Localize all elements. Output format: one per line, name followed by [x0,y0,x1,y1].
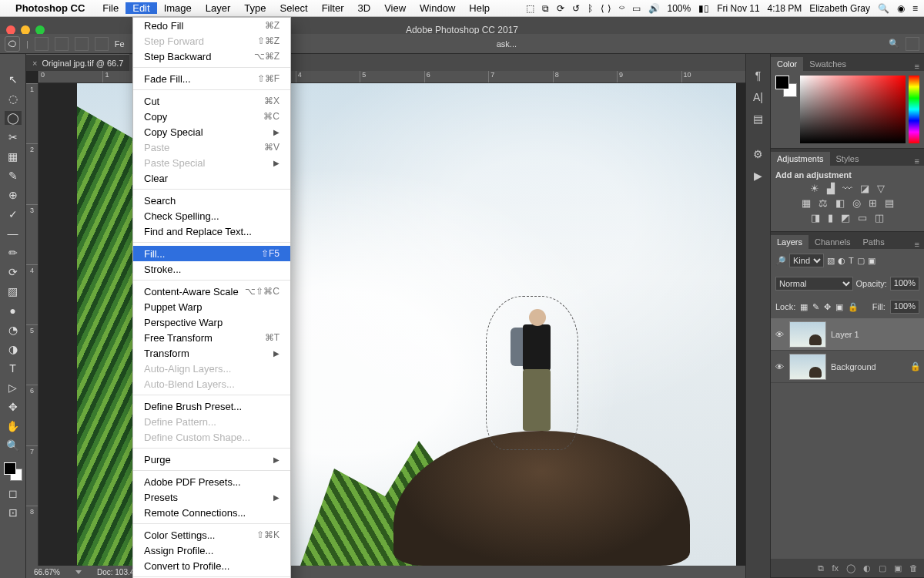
channelmixer-adj-icon[interactable]: ⊞ [869,197,877,209]
tool-10[interactable]: ⟳ [5,265,22,279]
menuitem-clear[interactable]: Clear [133,170,290,186]
lock-artboard-icon[interactable]: ▣ [835,302,843,312]
quick-mask-icon[interactable]: ◻ [5,486,22,500]
panel-menu-icon[interactable]: ≡ [910,240,924,249]
menuitem-check-spelling[interactable]: Check Spelling... [133,208,290,223]
selectivecolor-adj-icon[interactable]: ◫ [875,212,884,223]
close-tab-icon[interactable]: × [32,59,37,68]
menu-edit[interactable]: Edit [126,2,156,14]
document-tab[interactable]: × Original jpg.tif @ 66.7 [26,54,129,71]
invert-adj-icon[interactable]: ◨ [811,212,820,223]
tab-adjustments[interactable]: Adjustments [771,152,830,166]
menuitem-color-settings[interactable]: Color Settings...⇧⌘K [133,527,290,543]
menuitem-cut[interactable]: Cut⌘X [133,93,290,109]
menu-extra-icon[interactable]: ⬚ [526,3,534,14]
date[interactable]: Fri Nov 11 [717,3,759,14]
spotlight-icon[interactable]: 🔍 [878,3,889,14]
menuitem-fade-fill[interactable]: Fade Fill...⇧⌘F [133,71,290,86]
select-mask-button[interactable]: ask... [497,39,517,49]
menu-filter[interactable]: Filter [315,2,351,14]
menu-help[interactable]: Help [462,2,497,14]
visibility-icon[interactable]: 👁 [774,362,785,371]
curves-adj-icon[interactable]: 〰 [842,183,852,194]
tool-14[interactable]: ◑ [5,342,22,356]
menuitem-define-brush-preset[interactable]: Define Brush Preset... [133,398,290,414]
menu-file[interactable]: File [95,2,126,14]
levels-adj-icon[interactable]: ▟ [827,183,835,194]
wifi-icon[interactable]: ⌔ [619,3,624,14]
lock-pixels-icon[interactable]: ✎ [812,302,819,312]
menu-select[interactable]: Select [273,2,314,14]
marching-ants-selection[interactable] [486,296,578,450]
bw-adj-icon[interactable]: ◧ [835,197,845,209]
menuitem-redo-fill[interactable]: Redo Fill⌘Z [133,18,290,33]
tab-layers[interactable]: Layers [771,235,808,249]
vertical-ruler[interactable]: 12345678 [26,83,38,566]
menuitem-search[interactable]: Search [133,193,290,208]
menuitem-convert-to-profile[interactable]: Convert to Profile... [133,558,290,573]
selection-subtract-icon[interactable] [75,37,89,51]
filter-pixel-icon[interactable]: ▧ [827,256,835,266]
menuitem-fill[interactable]: Fill...⇧F5 [133,246,290,261]
tool-5[interactable]: ✎ [5,169,22,183]
filter-adjust-icon[interactable]: ◐ [838,256,845,266]
colorlookup-adj-icon[interactable]: ▤ [885,197,894,209]
tab-color[interactable]: Color [771,57,803,71]
menu-layer[interactable]: Layer [199,2,238,14]
tool-3[interactable]: ✂ [5,130,22,144]
tab-styles[interactable]: Styles [830,152,865,166]
menuitem-remote-connections[interactable]: Remote Connections... [133,505,290,520]
menuitem-puppet-warp[interactable]: Puppet Warp [133,299,290,314]
tool-1[interactable]: ◌ [5,92,22,106]
notification-center-icon[interactable]: ≡ [912,3,918,14]
app-name[interactable]: Photoshop CC [15,2,85,14]
layer-fx-icon[interactable]: fx [832,563,839,573]
menuitem-transform[interactable]: Transform▶ [133,345,290,361]
timemachine-icon[interactable]: ↺ [572,3,580,14]
bluetooth-icon[interactable]: ᛒ [588,3,593,14]
tab-channels[interactable]: Channels [808,235,856,249]
photofilter-adj-icon[interactable]: ◎ [852,197,861,209]
tool-0[interactable]: ↖ [5,72,22,86]
selection-add-icon[interactable] [55,37,69,51]
volume-icon[interactable]: 🔊 [648,3,660,14]
lock-transparency-icon[interactable]: ▦ [800,302,808,312]
sync-icon[interactable]: ⟳ [557,3,564,14]
tab-swatches[interactable]: Swatches [803,57,852,71]
vibrance-adj-icon[interactable]: ▽ [877,183,885,194]
tool-8[interactable]: — [5,227,22,240]
hue-slider[interactable] [909,76,919,143]
layer-name[interactable]: Layer 1 [831,330,859,339]
menu-view[interactable]: View [377,2,413,14]
visibility-icon[interactable]: 👁 [774,330,785,339]
color-picker-field[interactable] [800,76,906,143]
edit-menu-dropdown[interactable]: Redo Fill⌘ZStep Forward⇧⌘ZStep Backward⌥… [132,17,291,578]
battery-percent[interactable]: 100% [668,3,691,14]
colorbalance-adj-icon[interactable]: ⚖ [819,197,828,209]
layer-thumbnail[interactable] [789,354,826,380]
dropbox-icon[interactable]: ⧉ [542,3,549,14]
tool-19[interactable]: 🔍 [5,439,22,452]
tool-7[interactable]: ✓ [5,207,22,221]
menuitem-perspective-warp[interactable]: Perspective Warp [133,314,290,330]
menu-image[interactable]: Image [157,2,199,14]
new-layer-icon[interactable]: ▣ [894,563,902,573]
blend-mode-select[interactable]: Normal [775,277,853,291]
posterize-adj-icon[interactable]: ▮ [828,212,833,223]
screen-mode-icon[interactable]: ⊡ [5,506,22,519]
lock-position-icon[interactable]: ✥ [824,302,831,312]
layer-name[interactable]: Background [831,362,876,371]
delete-layer-icon[interactable]: 🗑 [909,563,918,573]
tool-preset-picker[interactable] [5,36,20,52]
menu-3d[interactable]: 3D [351,2,378,14]
paragraph-panel-icon[interactable]: ¶ [755,69,762,82]
gradientmap-adj-icon[interactable]: ▭ [858,212,867,223]
tool-17[interactable]: ✥ [5,400,22,414]
menuitem-presets[interactable]: Presets▶ [133,489,290,505]
tool-2[interactable]: ◯ [5,111,22,125]
tab-paths[interactable]: Paths [857,235,891,249]
tool-16[interactable]: ▷ [5,381,22,395]
new-group-icon[interactable]: ▢ [879,563,886,573]
filter-smart-icon[interactable]: ▣ [868,256,875,266]
menuitem-find-and-replace-text[interactable]: Find and Replace Text... [133,223,290,239]
